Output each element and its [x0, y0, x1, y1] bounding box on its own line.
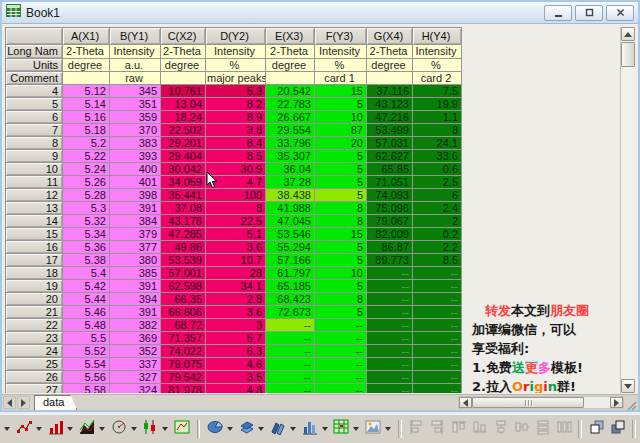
table-cell[interactable]: 8 [315, 202, 367, 215]
table-cell[interactable]: 47.216 [367, 111, 413, 124]
table-cell[interactable]: -- [266, 384, 315, 393]
table-cell[interactable]: 5.3 [206, 85, 266, 98]
row-header[interactable]: 11 [6, 176, 63, 189]
table-cell[interactable]: 57.001 [161, 267, 206, 280]
row-header[interactable]: 13 [6, 202, 63, 215]
table-cell[interactable]: 72.673 [266, 306, 315, 319]
row-label-header[interactable]: Comment [6, 72, 63, 85]
table-cell[interactable]: 0.6 [413, 163, 462, 176]
table-cell[interactable]: -- [315, 371, 367, 384]
table-cell[interactable]: 38.438 [266, 189, 315, 202]
comment-cell[interactable]: card 2 [413, 72, 462, 85]
table-cell[interactable]: 87 [315, 124, 367, 137]
table-cell[interactable]: -- [315, 384, 367, 393]
table-cell[interactable]: 377 [110, 241, 161, 254]
table-cell[interactable]: 5 [315, 241, 367, 254]
table-cell[interactable]: -- [367, 384, 413, 393]
table-cell[interactable]: 3.5 [206, 371, 266, 384]
table-cell[interactable]: -- [315, 319, 367, 332]
align-right-button[interactable] [427, 418, 448, 440]
table-cell[interactable]: 55.294 [266, 241, 315, 254]
table-cell[interactable]: 5 [315, 306, 367, 319]
table-cell[interactable]: -- [367, 293, 413, 306]
table-cell[interactable]: 5.44 [63, 293, 110, 306]
table-cell[interactable]: 79.067 [367, 215, 413, 228]
table-cell[interactable]: -- [413, 280, 462, 293]
table-cell[interactable]: 82.009 [367, 228, 413, 241]
row-header[interactable]: 5 [6, 98, 63, 111]
table-cell[interactable]: 8.5 [206, 150, 266, 163]
scroll-down-button[interactable] [621, 379, 635, 393]
units-cell[interactable]: degree [63, 59, 110, 72]
column-header[interactable]: H(Y4) [413, 28, 462, 45]
table-cell[interactable]: 337 [110, 358, 161, 371]
units-cell[interactable]: degree [367, 59, 413, 72]
align-top-button[interactable] [448, 418, 469, 440]
table-cell[interactable]: 47.285 [161, 228, 206, 241]
table-cell[interactable]: 75.096 [367, 202, 413, 215]
table-cell[interactable]: -- [413, 358, 462, 371]
table-cell[interactable]: 7.5 [413, 85, 462, 98]
table-cell[interactable]: 8 [413, 124, 462, 137]
bring-to-front-button[interactable] [586, 418, 607, 440]
center-horizontal-button[interactable] [511, 418, 532, 440]
units-cell[interactable]: a.u. [110, 59, 161, 72]
table-cell[interactable]: 79.075 [161, 358, 206, 371]
table-cell[interactable]: 5.1 [206, 228, 266, 241]
column-header[interactable]: G(X4) [367, 28, 413, 45]
close-button[interactable] [606, 5, 634, 21]
table-cell[interactable]: 65.85 [367, 163, 413, 176]
table-cell[interactable]: 5.32 [63, 215, 110, 228]
table-cell[interactable]: -- [367, 358, 413, 371]
row-header[interactable]: 12 [6, 189, 63, 202]
table-cell[interactable]: 8 [206, 202, 266, 215]
table-cell[interactable]: 5.2 [63, 137, 110, 150]
tab-scroll-left-button[interactable] [3, 396, 16, 409]
row-header[interactable]: 25 [6, 358, 63, 371]
table-cell[interactable]: 393 [110, 150, 161, 163]
pie-3d-graph-button[interactable] [204, 418, 225, 440]
table-cell[interactable]: 81.978 [161, 384, 206, 393]
vertical-scrollbar[interactable] [620, 27, 636, 393]
stock-graph-dropdown[interactable] [161, 419, 170, 439]
table-cell[interactable]: -- [315, 345, 367, 358]
table-cell[interactable]: 5.26 [63, 176, 110, 189]
table-cell[interactable]: 28 [206, 267, 266, 280]
table-cell[interactable]: 5.24 [63, 163, 110, 176]
table-cell[interactable]: 3 [206, 319, 266, 332]
table-cell[interactable]: 68.423 [266, 293, 315, 306]
units-cell[interactable]: degree [161, 59, 206, 72]
table-cell[interactable]: 8.4 [206, 137, 266, 150]
table-cell[interactable]: 53.499 [367, 124, 413, 137]
table-cell[interactable]: 5.22 [63, 150, 110, 163]
scroll-left-button[interactable] [459, 397, 472, 408]
table-cell[interactable]: -- [266, 319, 315, 332]
row-header[interactable]: 17 [6, 254, 63, 267]
table-cell[interactable]: 65.185 [266, 280, 315, 293]
row-header[interactable]: 24 [6, 345, 63, 358]
table-cell[interactable]: 383 [110, 137, 161, 150]
table-cell[interactable]: 37.08 [161, 202, 206, 215]
table-cell[interactable]: 34.1 [206, 280, 266, 293]
table-cell[interactable]: 71.051 [367, 176, 413, 189]
table-cell[interactable]: 33.6 [413, 150, 462, 163]
table-cell[interactable]: 15 [315, 228, 367, 241]
table-cell[interactable]: -- [413, 267, 462, 280]
table-cell[interactable]: 20 [315, 137, 367, 150]
table-cell[interactable]: 5 [315, 280, 367, 293]
comment-cell[interactable]: card 1 [315, 72, 367, 85]
scroll-up-button[interactable] [621, 27, 635, 41]
table-cell[interactable]: 29.201 [161, 137, 206, 150]
row-header[interactable]: 10 [6, 163, 63, 176]
table-cell[interactable]: 345 [110, 85, 161, 98]
table-cell[interactable]: 29.404 [161, 150, 206, 163]
polar-graph-button[interactable] [108, 418, 129, 440]
table-cell[interactable]: 24.1 [413, 137, 462, 150]
column-header[interactable]: C(X2) [161, 28, 206, 45]
comment-cell[interactable]: raw [110, 72, 161, 85]
table-cell[interactable]: 37.28 [266, 176, 315, 189]
table-cell[interactable]: -- [413, 332, 462, 345]
table-cell[interactable]: 15 [315, 85, 367, 98]
corner-header[interactable] [6, 28, 63, 45]
column-graph-button[interactable] [45, 418, 66, 440]
